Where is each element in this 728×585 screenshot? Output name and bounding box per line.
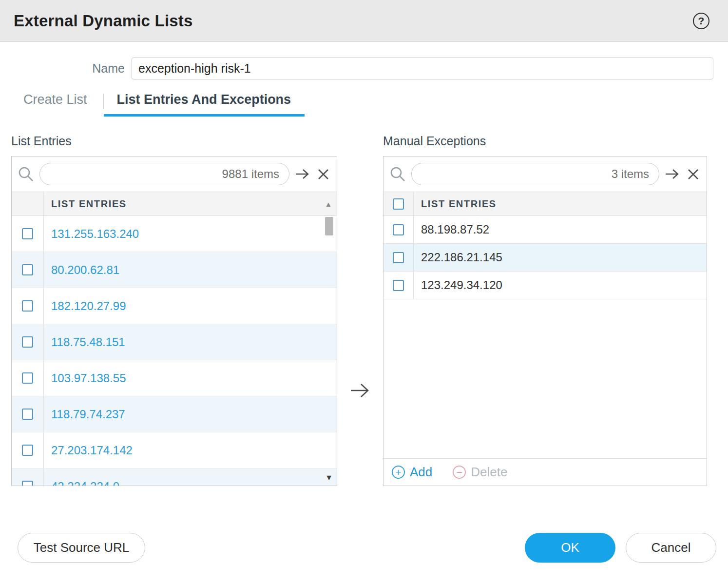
manual-exceptions-panel: Manual Exceptions 3 items LIST ENTRIES (383, 134, 707, 486)
manual-exceptions-table-body: 88.198.87.52 222.186.21.145 123.249.34.1… (383, 216, 707, 458)
table-row: 80.200.62.81 (12, 252, 337, 288)
delete-button[interactable]: − Delete (437, 465, 507, 480)
list-entries-searchbar: 9881 items (12, 156, 337, 192)
table-row: 42.224.224.0 (12, 468, 337, 486)
transfer-column (337, 134, 383, 486)
tab-create-list[interactable]: Create List (23, 92, 103, 117)
list-entry-link[interactable]: 27.203.174.142 (44, 444, 133, 457)
scrollbar-thumb[interactable] (325, 217, 333, 235)
column-header: LIST ENTRIES (44, 198, 127, 210)
list-entries-box: 9881 items LIST ENTRIES ▲ 131.255.163.24… (11, 156, 337, 486)
list-entry-link[interactable]: 118.75.48.151 (44, 335, 125, 349)
add-label: Add (410, 465, 432, 480)
list-entry-link[interactable]: 103.97.138.55 (44, 371, 126, 385)
test-source-url-button[interactable]: Test Source URL (18, 533, 145, 563)
table-row: 118.75.48.151 (12, 324, 337, 360)
name-label: Name (0, 61, 132, 76)
row-checkbox[interactable] (22, 228, 33, 239)
tab-bar: Create List List Entries And Exceptions (0, 92, 728, 117)
scroll-up-icon[interactable]: ▲ (320, 192, 337, 215)
exception-entry[interactable]: 88.198.87.52 (414, 223, 489, 236)
select-all-checkbox[interactable] (393, 198, 404, 210)
table-row: 88.198.87.52 (383, 216, 707, 244)
list-entry-link[interactable]: 182.120.27.99 (44, 299, 126, 313)
add-button[interactable]: + Add (392, 465, 432, 480)
list-entry-link[interactable]: 131.255.163.240 (44, 227, 139, 241)
search-icon (18, 166, 34, 182)
dialog-footer: Test Source URL OK Cancel (0, 533, 728, 563)
list-entries-table-header: LIST ENTRIES ▲ (12, 192, 337, 216)
column-header: LIST ENTRIES (414, 198, 497, 210)
page-title: External Dynamic Lists (14, 12, 193, 30)
table-row: 103.97.138.55 (12, 360, 337, 396)
list-entries-table-body: 131.255.163.240 80.200.62.81 182.120.27.… (12, 216, 337, 486)
table-row: 118.79.74.237 (12, 396, 337, 432)
clear-filter-icon[interactable] (687, 168, 700, 181)
list-entries-title: List Entries (11, 134, 337, 149)
exception-entry[interactable]: 222.186.21.145 (414, 251, 502, 264)
exception-entry[interactable]: 123.249.34.120 (414, 278, 502, 292)
apply-filter-arrow-icon[interactable] (665, 168, 681, 180)
table-row: 123.249.34.120 (383, 272, 707, 299)
row-checkbox[interactable] (393, 252, 404, 263)
list-entries-panel: List Entries 9881 items LIST ENTRIES (11, 134, 337, 486)
manual-exceptions-actions: + Add − Delete (383, 458, 707, 486)
list-entry-link[interactable]: 42.224.224.0 (44, 480, 119, 486)
manual-exceptions-title: Manual Exceptions (383, 134, 707, 149)
delete-icon: − (453, 466, 466, 479)
help-icon[interactable]: ? (693, 13, 709, 29)
panels: List Entries 9881 items LIST ENTRIES (0, 134, 728, 486)
apply-filter-arrow-icon[interactable] (295, 168, 311, 180)
tab-list-entries-and-exceptions[interactable]: List Entries And Exceptions (104, 92, 305, 117)
list-entries-filter-input[interactable]: 9881 items (39, 163, 289, 185)
delete-label: Delete (471, 465, 507, 480)
add-icon: + (392, 466, 405, 479)
clear-filter-icon[interactable] (317, 168, 330, 181)
row-checkbox[interactable] (22, 264, 33, 275)
list-entry-link[interactable]: 80.200.62.81 (44, 263, 119, 277)
row-checkbox[interactable] (22, 409, 33, 420)
list-entry-link[interactable]: 118.79.74.237 (44, 408, 125, 421)
header-checkbox-cell (12, 192, 44, 215)
row-checkbox[interactable] (22, 300, 33, 312)
row-checkbox[interactable] (393, 280, 404, 291)
title-bar: External Dynamic Lists ? (0, 0, 728, 42)
table-row: 222.186.21.145 (383, 244, 707, 272)
manual-exceptions-table-header: LIST ENTRIES (383, 192, 707, 216)
row-checkbox[interactable] (22, 336, 33, 348)
cancel-button[interactable]: Cancel (626, 533, 716, 563)
list-entries-count: 9881 items (222, 167, 279, 181)
name-input[interactable] (132, 58, 713, 79)
row-checkbox[interactable] (22, 372, 33, 384)
row-checkbox[interactable] (393, 224, 404, 235)
transfer-arrow-icon (349, 382, 371, 399)
ok-button[interactable]: OK (525, 533, 615, 563)
table-row: 131.255.163.240 (12, 216, 337, 252)
search-icon (389, 166, 406, 182)
row-checkbox[interactable] (22, 481, 33, 486)
name-row: Name (0, 58, 728, 79)
manual-exceptions-searchbar: 3 items (383, 156, 707, 192)
row-checkbox[interactable] (22, 445, 33, 456)
manual-exceptions-count: 3 items (612, 167, 649, 181)
manual-exceptions-filter-input[interactable]: 3 items (411, 163, 659, 185)
scroll-down-icon[interactable]: ▼ (325, 473, 333, 482)
manual-exceptions-box: 3 items LIST ENTRIES 88.198.87.52 (383, 156, 707, 486)
table-row: 182.120.27.99 (12, 288, 337, 324)
table-row: 27.203.174.142 (12, 432, 337, 468)
